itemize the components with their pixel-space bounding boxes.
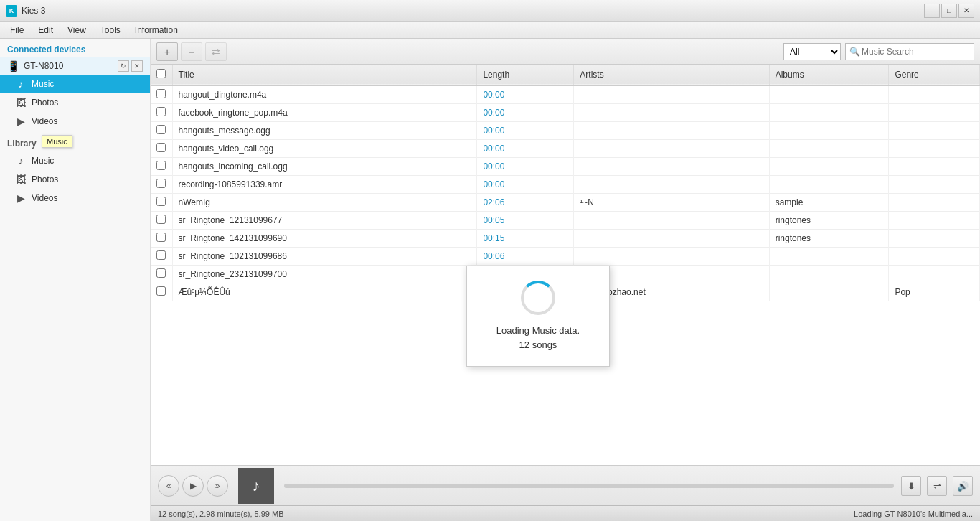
maximize-button[interactable]: □ (941, 4, 957, 18)
row-artists (574, 104, 769, 122)
volume-icon-btn[interactable]: 🔊 (953, 476, 973, 496)
table-row: recording-1085991339.amr 00:00 (151, 176, 980, 194)
row-length: 00:00 (477, 85, 574, 104)
row-checkbox-cell[interactable] (151, 122, 172, 140)
filter-dropdown[interactable]: All Title Artist Album (783, 43, 841, 60)
connected-devices-title: Connected devices (0, 39, 150, 57)
music-tooltip: Music (42, 135, 72, 148)
row-length: 00:06 (477, 248, 574, 266)
search-icon: 🔍 (849, 47, 860, 57)
loading-text: Loading Music data. 12 songs (496, 324, 580, 352)
col-artists[interactable]: Artists (574, 65, 769, 85)
select-all-checkbox[interactable] (156, 69, 166, 78)
minimize-button[interactable]: – (924, 4, 940, 18)
table-row: nWemIg 02:06 ¹~N sample (151, 194, 980, 212)
transfer-button[interactable]: ⇄ (205, 42, 227, 61)
row-genre (889, 266, 980, 283)
album-art: ♪ (238, 468, 274, 504)
sidebar-item-music[interactable]: ♪ Music (0, 75, 150, 93)
row-checkbox[interactable] (156, 179, 166, 188)
row-artists (574, 85, 769, 104)
device-item-gt-n8010: 📱 GT-N8010 ↻ ✕ (0, 57, 150, 75)
row-title: sr_Ringtone_102131099686 (172, 248, 477, 266)
col-genre[interactable]: Genre (889, 65, 980, 85)
videos-nav-icon: ▶ (14, 116, 27, 127)
music-note-icon: ♪ (253, 477, 260, 495)
sidebar-music-label: Music (32, 79, 54, 89)
row-checkbox[interactable] (156, 143, 166, 152)
lib-videos-icon: ▶ (14, 192, 27, 204)
next-button[interactable]: » (207, 475, 228, 497)
row-length: 00:00 (477, 122, 574, 140)
row-checkbox-cell[interactable] (151, 266, 172, 283)
device-name: GT-N8010 (24, 61, 113, 71)
row-checkbox-cell[interactable] (151, 212, 172, 230)
library-title: Library (0, 131, 150, 151)
sidebar-videos-label: Videos (32, 116, 57, 126)
row-checkbox-cell[interactable] (151, 85, 172, 104)
menu-file[interactable]: File (3, 24, 31, 37)
row-checkbox-cell[interactable] (151, 248, 172, 266)
menu-information[interactable]: Information (128, 24, 185, 37)
sidebar-item-lib-videos[interactable]: ▶ Videos (0, 189, 150, 207)
table-row: sr_Ringtone_12131099677 00:05 ringtones (151, 212, 980, 230)
row-checkbox[interactable] (156, 107, 166, 116)
row-checkbox[interactable] (156, 161, 166, 170)
row-title: recording-1085991339.amr (172, 176, 477, 194)
sidebar-photos-label: Photos (32, 98, 58, 108)
add-button[interactable]: + (156, 42, 178, 61)
row-checkbox-cell[interactable] (151, 176, 172, 194)
row-albums: ringtones (769, 212, 889, 230)
col-albums[interactable]: Albums (769, 65, 889, 85)
play-button[interactable]: ▶ (182, 475, 204, 497)
prev-button[interactable]: « (158, 475, 179, 497)
menu-view[interactable]: View (60, 24, 93, 37)
row-checkbox-cell[interactable] (151, 194, 172, 212)
remove-button[interactable]: – (181, 42, 202, 61)
table-row: hangouts_video_call.ogg 00:00 (151, 140, 980, 158)
menu-edit[interactable]: Edit (31, 24, 60, 37)
row-artists: ¹~N (574, 194, 769, 212)
close-button[interactable]: ✕ (958, 4, 974, 18)
sidebar-item-lib-photos[interactable]: 🖼 Photos (0, 170, 150, 189)
sidebar-item-videos[interactable]: ▶ Videos (0, 112, 150, 131)
row-checkbox[interactable] (156, 250, 166, 260)
col-checkbox[interactable] (151, 65, 172, 85)
sidebar-item-lib-music[interactable]: ♪ Music (0, 151, 150, 170)
col-length[interactable]: Length (477, 65, 574, 85)
menu-tools[interactable]: Tools (93, 24, 128, 37)
row-checkbox[interactable] (156, 233, 166, 242)
device-close-button[interactable]: ✕ (131, 60, 143, 72)
row-checkbox-cell[interactable] (151, 158, 172, 176)
download-icon-btn[interactable]: ⬇ (901, 476, 921, 496)
row-title: nWemIg (172, 194, 477, 212)
search-input[interactable] (845, 43, 974, 60)
sidebar-item-photos[interactable]: 🖼 Photos (0, 93, 150, 112)
device-refresh-button[interactable]: ↻ (118, 60, 129, 72)
row-genre (889, 104, 980, 122)
row-genre: Pop (889, 283, 980, 301)
progress-bar[interactable] (284, 484, 894, 488)
row-length: 00:15 (477, 230, 574, 248)
row-artists (574, 122, 769, 140)
row-checkbox[interactable] (156, 89, 166, 98)
row-title: sr_Ringtone_142131099690 (172, 230, 477, 248)
row-length: 00:00 (477, 176, 574, 194)
table-row: sr_Ringtone_142131099690 00:15 ringtones (151, 230, 980, 248)
lib-photos-icon: 🖼 (14, 174, 27, 185)
row-albums (769, 283, 889, 301)
row-checkbox[interactable] (156, 125, 166, 134)
row-checkbox[interactable] (156, 286, 166, 296)
shuffle-icon-btn[interactable]: ⇌ (927, 476, 947, 496)
row-checkbox-cell[interactable] (151, 230, 172, 248)
device-phone-icon: 📱 (7, 60, 19, 72)
row-artists (574, 248, 769, 266)
row-artists (574, 140, 769, 158)
col-title[interactable]: Title (172, 65, 477, 85)
row-checkbox-cell[interactable] (151, 104, 172, 122)
row-checkbox-cell[interactable] (151, 283, 172, 301)
row-checkbox-cell[interactable] (151, 140, 172, 158)
row-checkbox[interactable] (156, 215, 166, 224)
row-checkbox[interactable] (156, 197, 166, 206)
row-checkbox[interactable] (156, 268, 166, 278)
